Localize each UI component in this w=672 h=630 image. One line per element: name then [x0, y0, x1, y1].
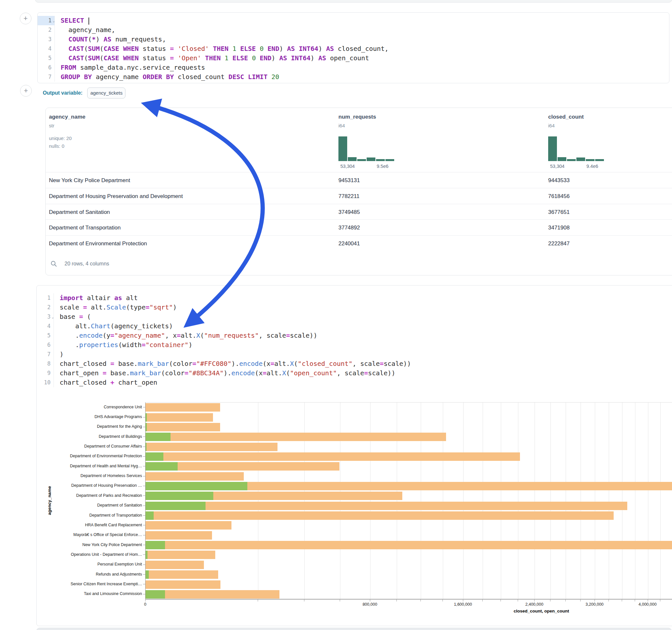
bar-open_count	[146, 571, 149, 579]
code-text[interactable]: FROM sample_data.nyc.service_requests	[55, 63, 205, 72]
table-footer: 20 rows, 4 columns	[50, 260, 109, 267]
bar-closed_count	[146, 502, 627, 510]
line-number: 3	[38, 35, 55, 44]
gridline	[581, 403, 581, 599]
add-cell-button[interactable]: +	[20, 13, 31, 24]
histogram-bar	[367, 158, 376, 161]
gridline	[501, 403, 501, 599]
x-tick-label: 0	[127, 602, 163, 607]
table-row: Department of Sanitation37494853677651	[46, 204, 672, 220]
gridline	[660, 403, 661, 599]
code-text[interactable]: alt.Chart(agency_tickets)	[54, 321, 173, 331]
code-text[interactable]: .encode(y="agency_name", x=alt.X("num_re…	[54, 331, 317, 340]
line-number: 4	[37, 321, 54, 331]
python-line-2[interactable]: 2scale = alt.Scale(type="sqrt")	[37, 303, 672, 312]
fold-chevron-icon[interactable]: ⌄	[51, 312, 54, 322]
gridline	[534, 403, 535, 599]
x-tick-mark	[608, 600, 609, 602]
python-line-8[interactable]: 8chart_closed = base.mark_bar(color="#FF…	[37, 359, 672, 368]
y-tick-mark	[143, 446, 145, 447]
fold-chevron-icon[interactable]: ⌄	[52, 16, 55, 26]
table-row: Department of Housing Preservation and D…	[46, 188, 672, 204]
y-tick-label: Refunds and Adjustments	[52, 572, 142, 577]
bar-open_count	[146, 433, 170, 441]
output-variable-label: Output variable:	[43, 90, 83, 96]
code-text[interactable]: .properties(width="container")	[54, 340, 192, 350]
gridline	[304, 403, 305, 599]
search-icon[interactable]	[50, 260, 57, 267]
sql-line-7[interactable]: 7GROUP BY agency_name ORDER BY closed_co…	[38, 72, 669, 82]
code-text[interactable]: agency_name,	[55, 25, 115, 35]
code-text[interactable]: import altair as alt	[54, 293, 138, 303]
table-row: Department of Environmental Protection22…	[46, 235, 672, 251]
python-line-6[interactable]: 6 .properties(width="container")	[37, 340, 672, 350]
add-cell-button[interactable]: +	[20, 85, 32, 97]
x-tick-label: 2,400,000	[517, 602, 552, 607]
histogram-max-label: 9.5e6	[377, 164, 388, 169]
code-text[interactable]: CAST(SUM(CASE WHEN status = 'Closed' THE…	[55, 44, 389, 53]
python-line-3[interactable]: 3⌄base = (	[37, 312, 672, 321]
sql-line-1[interactable]: 1⌄SELECT	[38, 16, 669, 25]
line-number: 2	[38, 25, 55, 35]
y-tick-mark	[143, 555, 145, 555]
sql-line-2[interactable]: 2 agency_name,	[38, 25, 669, 35]
y-tick-label: Department of Sanitation	[52, 503, 142, 508]
code-text[interactable]: chart_open = base.mark_bar(color="#8BC34…	[54, 368, 395, 378]
y-tick-mark	[143, 574, 145, 575]
x-tick-mark	[421, 600, 421, 602]
code-text[interactable]: base = (	[54, 312, 91, 321]
y-tick-mark	[143, 525, 145, 525]
line-number: 5	[37, 331, 54, 340]
table-cell: 9453131	[338, 172, 360, 188]
sql-line-4[interactable]: 4 CAST(SUM(CASE WHEN status = 'Closed' T…	[38, 44, 669, 53]
python-line-7[interactable]: 7)	[37, 350, 672, 359]
line-number: 1	[37, 293, 54, 303]
column-histogram	[338, 137, 395, 161]
x-tick-mark	[258, 600, 258, 602]
text-cursor	[89, 18, 89, 25]
table-cell: 2240041	[338, 236, 360, 251]
code-text[interactable]: COUNT(*) AS num_requests,	[55, 35, 166, 44]
code-text[interactable]: chart_closed + chart_open	[54, 378, 157, 387]
bar-closed_count	[146, 521, 232, 530]
table-cell: New York City Police Department	[49, 172, 130, 188]
code-text[interactable]: )	[54, 350, 64, 359]
sql-line-5[interactable]: 5 CAST(SUM(CASE WHEN status = 'Open' THE…	[38, 53, 669, 63]
python-code-editor[interactable]: 1import altair as alt2scale = alt.Scale(…	[37, 293, 672, 387]
python-line-9[interactable]: 9chart_open = base.mark_bar(color="#8BC3…	[37, 368, 672, 378]
x-tick-mark	[622, 600, 622, 602]
code-text[interactable]: chart_closed = base.mark_bar(color="#FFC…	[54, 359, 411, 368]
x-tick-mark	[442, 600, 443, 602]
sql-code-editor[interactable]: 1⌄SELECT 2 agency_name,3 COUNT(*) AS num…	[38, 16, 669, 82]
sql-line-6[interactable]: 6FROM sample_data.nyc.service_requests	[38, 63, 669, 72]
column-header-closed_count: closed_count	[548, 114, 584, 120]
python-line-1[interactable]: 1import altair as alt	[37, 293, 672, 303]
table-cell: Department of Sanitation	[49, 204, 110, 220]
python-line-10[interactable]: 10chart_closed + chart_open	[37, 378, 672, 387]
column-histogram	[548, 137, 605, 161]
bar-open_count	[146, 482, 247, 490]
x-tick-mark	[534, 600, 534, 602]
bar-closed_count	[146, 590, 280, 599]
bar-closed_count	[146, 551, 215, 559]
sql-line-3[interactable]: 3 COUNT(*) AS num_requests,	[38, 35, 669, 44]
y-tick-mark	[143, 564, 145, 565]
bar-closed_count	[146, 443, 278, 451]
output-variable-input[interactable]: agency_tickets	[87, 88, 125, 98]
column-header-num_requests: num_requests	[338, 114, 376, 120]
python-line-4[interactable]: 4 alt.Chart(agency_tickets)	[37, 321, 672, 331]
code-text[interactable]: CAST(SUM(CASE WHEN status = 'Open' THEN …	[55, 53, 369, 63]
column-type: i64	[548, 123, 555, 128]
code-text[interactable]: GROUP BY agency_name ORDER BY closed_cou…	[55, 72, 279, 82]
table-cell: 3471908	[548, 220, 570, 236]
code-text[interactable]: scale = alt.Scale(type="sqrt")	[54, 303, 177, 312]
histogram-bar	[357, 159, 366, 161]
histogram-max-label: 9.4e6	[586, 164, 598, 169]
python-line-5[interactable]: 5 .encode(y="agency_name", x=alt.X("num_…	[37, 331, 672, 340]
x-tick-mark	[635, 600, 635, 602]
line-number: 8	[37, 359, 54, 368]
code-text[interactable]: SELECT	[55, 16, 89, 25]
y-tick-label: Department of Environmental Protection	[52, 454, 142, 458]
table-cell: Department of Housing Preservation and D…	[49, 188, 183, 204]
gridline	[421, 403, 421, 599]
